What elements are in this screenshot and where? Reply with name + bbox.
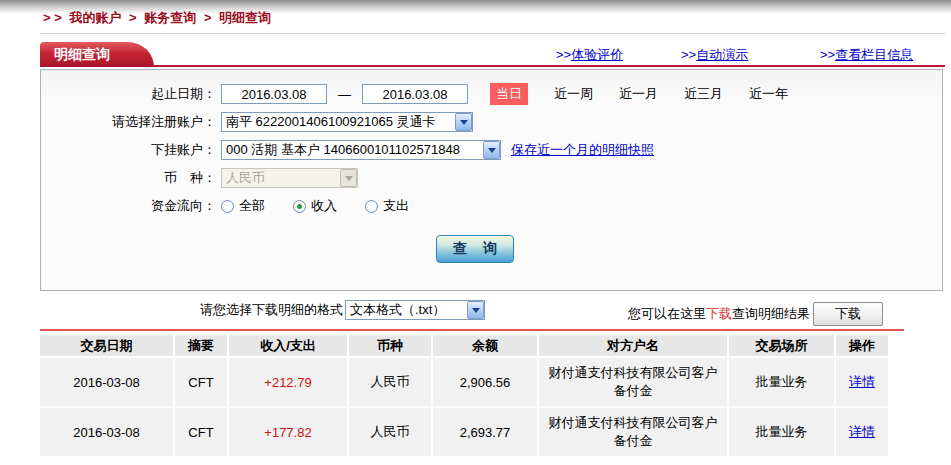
sub-account-label: 下挂账户： — [41, 141, 216, 159]
chevron-down-icon[interactable] — [455, 113, 472, 131]
cell-summary: CFT — [175, 408, 227, 456]
breadcrumb-separator: > — [129, 10, 137, 25]
download-hint-highlight: 下载 — [706, 305, 732, 323]
chevron-down-icon[interactable] — [467, 301, 484, 319]
link-label: 自动演示 — [696, 47, 748, 62]
table-row: 2016-03-08 CFT +212.79 人民币 2,906.56 财付通支… — [40, 358, 888, 406]
download-format-label: 请您选择下载明细的格式 — [200, 301, 343, 319]
quick-range-week[interactable]: 近一周 — [554, 85, 593, 103]
quick-range-quarter[interactable]: 近三月 — [684, 85, 723, 103]
detail-link[interactable]: 详情 — [849, 424, 875, 439]
query-button[interactable]: 查 询 — [436, 235, 514, 263]
cell-currency: 人民币 — [349, 358, 431, 406]
header-summary: 摘要 — [175, 335, 227, 356]
link-prefix: >> — [681, 47, 696, 62]
link-label: 体验评价 — [571, 47, 623, 62]
header-date: 交易日期 — [40, 335, 173, 356]
table-row: 2016-03-08 CFT +177.82 人民币 2,693.77 财付通支… — [40, 408, 888, 456]
breadcrumb-item-detail-query: 明细查询 — [219, 10, 271, 25]
cell-balance: 2,693.77 — [433, 408, 537, 456]
radio-income-label[interactable]: 收入 — [311, 197, 337, 215]
cell-action: 详情 — [836, 408, 888, 456]
registered-account-row: 请选择注册账户： 南平 6222001406100921065 灵通卡 — [41, 111, 942, 133]
download-button[interactable]: 下载 — [813, 302, 883, 326]
cell-balance: 2,906.56 — [433, 358, 537, 406]
registered-account-select[interactable]: 南平 6222001406100921065 灵通卡 — [221, 112, 473, 132]
header-amount: 收入/支出 — [229, 335, 347, 356]
cell-venue: 批量业务 — [729, 408, 834, 456]
breadcrumb-divider — [40, 33, 945, 34]
cell-action: 详情 — [836, 358, 888, 406]
chevron-down-icon[interactable] — [483, 141, 500, 159]
radio-icon[interactable] — [365, 200, 378, 213]
download-format-value: 文本格式（.txt） — [346, 301, 467, 319]
cell-counterparty: 财付通支付科技有限公司客户备付金 — [539, 358, 727, 406]
header-venue: 交易场所 — [729, 335, 834, 356]
tab-detail-query: 明细查询 — [40, 42, 128, 67]
cell-currency: 人民币 — [349, 408, 431, 456]
chevron-down-icon — [340, 169, 357, 187]
link-auto-demo[interactable]: >>自动演示 — [681, 46, 748, 64]
link-label: 查看栏目信息 — [835, 47, 913, 62]
cell-date: 2016-03-08 — [40, 408, 173, 456]
download-hint-before: 您可以在这里 — [628, 305, 706, 323]
sub-account-select[interactable]: 000 活期 基本户 1406600101102571848 — [221, 140, 501, 160]
radio-all[interactable]: 全部 — [221, 197, 265, 215]
registered-account-label: 请选择注册账户： — [41, 113, 216, 131]
link-prefix: >> — [556, 47, 571, 62]
query-form-panel: 起止日期： — 当日 近一周 近一月 近三月 近一年 请选择注册账户： 南平 6… — [40, 69, 943, 291]
radio-all-label[interactable]: 全部 — [239, 197, 265, 215]
currency-select: 人民币 — [221, 168, 358, 188]
link-prefix: >> — [820, 47, 835, 62]
cell-summary: CFT — [175, 358, 227, 406]
save-snapshot-link[interactable]: 保存近一个月的明细快照 — [511, 141, 654, 159]
header-currency: 币种 — [349, 335, 431, 356]
currency-label: 币 种： — [41, 169, 216, 187]
header-counterparty: 对方户名 — [539, 335, 727, 356]
date-range-label: 起止日期： — [41, 85, 216, 103]
breadcrumb-item-my-account[interactable]: 我的账户 — [69, 10, 121, 25]
tab-bar: 明细查询 >>体验评价 >>自动演示 >>查看栏目信息 — [40, 42, 945, 67]
cell-venue: 批量业务 — [729, 358, 834, 406]
breadcrumb: > > 我的账户 > 账务查询 > 明细查询 — [43, 9, 275, 27]
date-to-input[interactable] — [362, 84, 468, 104]
fund-flow-label: 资金流向： — [41, 197, 216, 215]
currency-value: 人民币 — [222, 169, 340, 187]
quick-range-month[interactable]: 近一月 — [619, 85, 658, 103]
radio-expense[interactable]: 支出 — [365, 197, 409, 215]
table-header-row: 交易日期 摘要 收入/支出 币种 余额 对方户名 交易场所 操作 — [40, 335, 888, 356]
cell-date: 2016-03-08 — [40, 358, 173, 406]
date-separator: — — [338, 87, 351, 102]
radio-checked-icon[interactable] — [293, 200, 306, 213]
breadcrumb-separator: > — [204, 10, 212, 25]
download-row: 请您选择下载明细的格式 文本格式（.txt） 您可以在这里下载查询明细结果 下载 — [40, 300, 943, 326]
registered-account-value: 南平 6222001406100921065 灵通卡 — [222, 113, 455, 131]
download-format-select[interactable]: 文本格式（.txt） — [345, 300, 485, 320]
breadcrumb-item-account-query[interactable]: 账务查询 — [144, 10, 196, 25]
header-action: 操作 — [836, 335, 888, 356]
radio-income[interactable]: 收入 — [293, 197, 337, 215]
download-hint-after: 查询明细结果 — [732, 305, 810, 323]
cell-counterparty: 财付通支付科技有限公司客户备付金 — [539, 408, 727, 456]
link-experience-rating[interactable]: >>体验评价 — [556, 46, 623, 64]
detail-link[interactable]: 详情 — [849, 374, 875, 389]
sub-account-value: 000 活期 基本户 1406600101102571848 — [222, 141, 483, 159]
quick-range-today[interactable]: 当日 — [490, 83, 528, 105]
fund-flow-row: 资金流向： 全部 收入 支出 — [41, 195, 942, 217]
cell-amount: +177.82 — [229, 408, 347, 456]
link-view-column-info[interactable]: >>查看栏目信息 — [820, 46, 913, 64]
table-top-divider — [40, 329, 904, 331]
radio-expense-label[interactable]: 支出 — [383, 197, 409, 215]
sub-account-row: 下挂账户： 000 活期 基本户 1406600101102571848 保存近… — [41, 139, 942, 161]
date-from-input[interactable] — [221, 84, 327, 104]
header-balance: 余额 — [433, 335, 537, 356]
quick-range-year[interactable]: 近一年 — [749, 85, 788, 103]
transactions-table: 交易日期 摘要 收入/支出 币种 余额 对方户名 交易场所 操作 2016-03… — [38, 333, 890, 458]
radio-icon[interactable] — [221, 200, 234, 213]
breadcrumb-prefix: > > — [43, 10, 62, 25]
date-range-row: 起止日期： — 当日 近一周 近一月 近三月 近一年 — [41, 83, 942, 105]
cell-amount: +212.79 — [229, 358, 347, 406]
currency-row: 币 种： 人民币 — [41, 167, 942, 189]
